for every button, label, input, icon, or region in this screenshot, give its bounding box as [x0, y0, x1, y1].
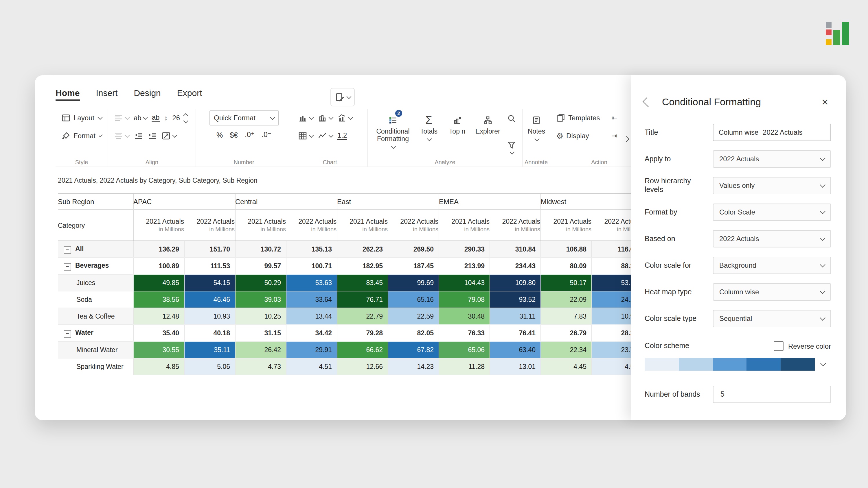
value-cell[interactable]: 53.17: [591, 274, 631, 291]
sparkline-button[interactable]: [316, 128, 335, 143]
row-height-button[interactable]: ↕: [162, 110, 169, 126]
value-cell[interactable]: 65.16: [388, 291, 439, 308]
value-cell[interactable]: 79.08: [439, 291, 490, 308]
tab-design[interactable]: Design: [134, 88, 161, 101]
value-cell[interactable]: 104.43: [439, 274, 490, 291]
value-cell[interactable]: 76.41: [490, 325, 540, 341]
value-cell[interactable]: 100.89: [133, 258, 184, 274]
value-cell[interactable]: 12.66: [337, 358, 388, 375]
percent-format-button[interactable]: %: [214, 128, 226, 142]
value-cell[interactable]: 290.33: [439, 241, 490, 258]
value-cell[interactable]: 22.79: [337, 308, 388, 325]
explorer-button[interactable]: Explorer: [473, 110, 503, 156]
value-cell[interactable]: 35.11: [184, 341, 235, 358]
color-scale-type-dropdown[interactable]: Sequential: [713, 310, 831, 327]
conditional-formatting-button[interactable]: 2 Conditional Formatting: [372, 110, 414, 156]
decrease-decimal-button[interactable]: .0⁻: [259, 128, 274, 142]
column-chart-button[interactable]: [316, 110, 335, 126]
value-cell[interactable]: 136.29: [133, 241, 184, 258]
value-cell[interactable]: 50.17: [540, 274, 591, 291]
currency-format-button[interactable]: $€: [227, 128, 241, 142]
layout-button[interactable]: Layout: [60, 110, 103, 126]
heat-map-type-dropdown[interactable]: Column wise: [713, 283, 831, 301]
stepper-up-icon[interactable]: [183, 113, 188, 118]
value-cell[interactable]: 310.84: [490, 241, 540, 258]
value-cell[interactable]: 4.85: [133, 358, 184, 375]
value-cell[interactable]: 99.57: [235, 258, 286, 274]
value-cell[interactable]: 26.42: [235, 341, 286, 358]
row-label-cell[interactable]: −All: [58, 241, 133, 258]
value-cell[interactable]: 54.15: [184, 274, 235, 291]
format-button[interactable]: Format: [60, 128, 103, 143]
table-view-button[interactable]: [296, 128, 315, 143]
value-cell[interactable]: 13.44: [286, 308, 337, 325]
tab-insert[interactable]: Insert: [96, 88, 118, 101]
number-of-bands-input[interactable]: [713, 386, 831, 403]
top-n-button[interactable]: Top n: [444, 110, 470, 156]
collapse-icon[interactable]: −: [64, 263, 71, 270]
value-cell[interactable]: 63.40: [490, 341, 540, 358]
text-orientation-button[interactable]: [160, 128, 178, 143]
value-cell[interactable]: 14.23: [388, 358, 439, 375]
value-cell[interactable]: 93.52: [490, 291, 540, 308]
value-cell[interactable]: 111.53: [184, 258, 235, 274]
filter-button[interactable]: [507, 140, 516, 154]
tab-export[interactable]: Export: [177, 88, 202, 101]
value-cell[interactable]: 22.59: [388, 308, 439, 325]
value-cell[interactable]: 13.01: [490, 358, 540, 375]
ribbon-overflow-button[interactable]: [621, 134, 631, 143]
value-cell[interactable]: 269.50: [388, 241, 439, 258]
format-by-dropdown[interactable]: Color Scale: [713, 203, 831, 221]
value-cell[interactable]: 66.62: [337, 341, 388, 358]
value-cell[interactable]: 10.93: [184, 308, 235, 325]
bar-chart-button[interactable]: [296, 110, 315, 126]
text-overflow-button[interactable]: ab: [150, 110, 161, 126]
value-cell[interactable]: 135.13: [286, 241, 337, 258]
color-scheme-bar[interactable]: [645, 358, 831, 370]
value-cell[interactable]: 50.29: [235, 274, 286, 291]
totals-button[interactable]: Σ Totals: [416, 110, 441, 156]
value-cell[interactable]: 53.63: [286, 274, 337, 291]
stepper-down-icon[interactable]: [183, 118, 188, 123]
close-icon[interactable]: ✕: [819, 96, 831, 109]
increase-indent-button[interactable]: [146, 128, 159, 143]
row-hierarchy-levels-dropdown[interactable]: Values only: [713, 177, 831, 194]
value-cell[interactable]: 29.91: [286, 341, 337, 358]
horizontal-align-button[interactable]: [112, 110, 131, 126]
value-cell[interactable]: 26.79: [540, 325, 591, 341]
swap-columns-button[interactable]: ⇥: [610, 128, 619, 143]
value-cell[interactable]: 10.95: [591, 308, 631, 325]
display-button[interactable]: ⚙ Display: [554, 128, 601, 143]
row-label-cell[interactable]: Tea & Coffee: [58, 308, 133, 325]
apply-to-dropdown[interactable]: 2022 Actuals: [713, 150, 831, 168]
title-input[interactable]: [713, 124, 831, 141]
value-cell[interactable]: 35.40: [133, 325, 184, 341]
quick-format-select[interactable]: Quick Format: [209, 110, 279, 126]
value-cell[interactable]: 67.82: [388, 341, 439, 358]
swap-rows-button[interactable]: ⇤: [610, 110, 619, 126]
row-label-cell[interactable]: Juices: [58, 274, 133, 291]
value-cell[interactable]: 262.23: [337, 241, 388, 258]
value-cell[interactable]: 31.15: [235, 325, 286, 341]
value-cell[interactable]: 109.80: [490, 274, 540, 291]
edit-report-button[interactable]: [331, 88, 355, 106]
color-scale-for-dropdown[interactable]: Background: [713, 257, 831, 274]
vertical-align-button[interactable]: [112, 128, 131, 143]
combo-chart-button[interactable]: [336, 110, 354, 126]
value-cell[interactable]: 65.06: [439, 341, 490, 358]
value-cell[interactable]: 28.28: [591, 325, 631, 341]
value-cell[interactable]: 11.28: [439, 358, 490, 375]
value-cell[interactable]: 22.09: [540, 291, 591, 308]
value-cell[interactable]: 187.45: [388, 258, 439, 274]
search-button[interactable]: [507, 114, 516, 126]
row-label-cell[interactable]: −Beverages: [58, 258, 133, 274]
templates-button[interactable]: Templates: [554, 110, 601, 126]
row-label-cell[interactable]: −Water: [58, 325, 133, 341]
value-cell[interactable]: 213.99: [439, 258, 490, 274]
value-cell[interactable]: 116.66: [591, 241, 631, 258]
reverse-color-checkbox[interactable]: [774, 341, 783, 351]
value-cell[interactable]: 88.32: [591, 258, 631, 274]
value-cell[interactable]: 82.05: [388, 325, 439, 341]
value-cell[interactable]: 39.03: [235, 291, 286, 308]
value-cell[interactable]: 5.06: [184, 358, 235, 375]
